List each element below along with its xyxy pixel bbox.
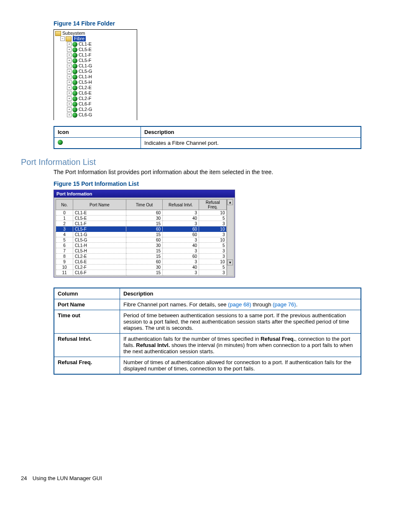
section-heading: Port Information List xyxy=(21,157,378,167)
tree-port-item[interactable]: +CL6-G xyxy=(55,112,136,118)
cell-intvl: 3 xyxy=(163,237,199,243)
tree-port-item[interactable]: +CL1-F xyxy=(55,52,136,58)
tree-port-item[interactable]: +CL5-F xyxy=(55,58,136,63)
pi-th-port[interactable]: Port Name xyxy=(73,200,126,210)
tree-port-item[interactable]: +CL2-E xyxy=(55,85,136,90)
scrollbar[interactable]: ▲ ▼ xyxy=(227,199,233,275)
pi-th-intvl[interactable]: Refusal Intvl. xyxy=(163,200,199,210)
col-timeout: Time out xyxy=(54,310,120,334)
tree-root[interactable]: Subsystem xyxy=(55,31,136,36)
table-row[interactable]: 6CL1-H30405 xyxy=(56,243,227,248)
expand-icon[interactable]: + xyxy=(67,58,72,63)
table-row[interactable]: 3CL5-F606010 xyxy=(56,226,227,232)
cell-no: 8 xyxy=(56,254,73,259)
table-row[interactable]: 11CL6-F1533 xyxy=(56,270,227,275)
cell-no: 1 xyxy=(56,216,73,221)
fibre-port-icon xyxy=(72,102,77,107)
tree-port-item[interactable]: +CL6-F xyxy=(55,101,136,107)
cell-freq: 10 xyxy=(199,226,227,232)
cell-freq: 5 xyxy=(199,243,227,248)
fibre-port-icon xyxy=(72,47,77,52)
tree-port-item[interactable]: +CL1-E xyxy=(55,41,136,47)
tree-port-item[interactable]: +CL2-F xyxy=(55,96,136,101)
scroll-up-icon[interactable]: ▲ xyxy=(227,199,233,205)
pi-th-freq[interactable]: Refusal Freq. xyxy=(199,200,227,210)
tree-port-label: CL6-E xyxy=(79,90,92,96)
expand-icon[interactable]: + xyxy=(67,69,72,74)
table-row[interactable]: 9CL6-E60310 xyxy=(56,259,227,265)
tree-port-item[interactable]: +CL2-G xyxy=(55,107,136,112)
cell-port: CL2-E xyxy=(73,254,126,259)
cell-port: CL5-G xyxy=(73,237,126,243)
footer-title: Using the LUN Manager GUI xyxy=(33,475,102,481)
col-refintvl-desc: If authentication fails for the number o… xyxy=(120,334,361,357)
th-icon: Icon xyxy=(54,126,141,138)
link-page76[interactable]: (page 76) xyxy=(273,301,296,308)
tree-port-item[interactable]: +CL1-H xyxy=(55,74,136,80)
expand-icon[interactable]: + xyxy=(67,85,72,90)
cell-port: CL1-F xyxy=(73,221,126,226)
collapse-icon[interactable]: − xyxy=(60,36,65,41)
tree-port-item[interactable]: +CL1-G xyxy=(55,63,136,69)
cell-intvl: 3 xyxy=(163,221,199,226)
cell-timeout: 60 xyxy=(126,226,163,232)
link-page68[interactable]: (page 68) xyxy=(228,301,251,308)
table-row[interactable]: 0CL1-E60310 xyxy=(56,210,227,216)
expand-icon[interactable]: + xyxy=(67,113,72,117)
col-reffreq: Refusal Freq. xyxy=(54,357,120,375)
cell-port: CL5-E xyxy=(73,216,126,221)
cell-intvl: 60 xyxy=(163,226,199,232)
port-info-titlebar: Port Information xyxy=(54,190,235,198)
port-info-table[interactable]: No. Port Name Time Out Refusal Intvl. Re… xyxy=(56,199,227,275)
expand-icon[interactable]: + xyxy=(67,80,72,85)
icon-desc-table: Icon Description Indicates a Fibre Chann… xyxy=(54,126,361,149)
cell-no: 3 xyxy=(56,226,73,232)
fibre-port-icon xyxy=(72,69,77,74)
cell-port: CL5-F xyxy=(73,226,126,232)
cell-no: 11 xyxy=(56,270,73,275)
port-info-panel: Port Information No. Port Name Time Out … xyxy=(54,190,235,278)
scroll-down-icon[interactable]: ▼ xyxy=(227,260,233,265)
cell-intvl: 3 xyxy=(163,248,199,254)
fibre-port-icon xyxy=(72,85,77,90)
cell-port: CL5-H xyxy=(73,248,126,254)
expand-icon[interactable]: + xyxy=(67,64,72,68)
pi-th-timeout[interactable]: Time Out xyxy=(126,200,163,210)
tree-port-item[interactable]: +CL5-E xyxy=(55,47,136,52)
cell-intvl: 40 xyxy=(163,243,199,248)
tree-port-item[interactable]: +CL6-E xyxy=(55,90,136,96)
fibre-port-icon xyxy=(72,42,77,47)
cell-freq: 5 xyxy=(199,265,227,270)
tree-port-label: CL5-F xyxy=(79,58,92,63)
cell-freq: 3 xyxy=(199,254,227,259)
expand-icon[interactable]: + xyxy=(67,91,72,95)
table-row[interactable]: 7CL5-H1533 xyxy=(56,248,227,254)
expand-icon[interactable]: + xyxy=(67,102,72,106)
col-reffreq-desc: Number of times of authentication allowe… xyxy=(120,357,361,375)
expand-icon[interactable]: + xyxy=(67,42,72,46)
tree-port-item[interactable]: +CL5-G xyxy=(55,69,136,74)
expand-icon[interactable]: + xyxy=(67,75,72,79)
tree-port-label: CL2-G xyxy=(79,107,92,112)
expand-icon[interactable]: + xyxy=(67,107,72,112)
table-row[interactable]: 1CL5-E30405 xyxy=(56,216,227,221)
cell-port: CL6-F xyxy=(73,270,126,275)
cell-freq: 10 xyxy=(199,237,227,243)
fibre-port-icon xyxy=(72,107,77,112)
table-row[interactable]: 2CL1-F1533 xyxy=(56,221,227,226)
pi-th-no[interactable]: No. xyxy=(56,200,73,210)
fibre-port-icon xyxy=(72,80,77,85)
tree-fibre[interactable]: − Fibre xyxy=(55,36,136,41)
table-row[interactable]: 4CL1-G15603 xyxy=(56,232,227,237)
table-row[interactable]: 8CL2-E15603 xyxy=(56,254,227,259)
cell-timeout: 15 xyxy=(126,270,163,275)
expand-icon[interactable]: + xyxy=(67,47,72,52)
cell-freq: 10 xyxy=(199,259,227,265)
cell-port: CL2-F xyxy=(73,265,126,270)
fibre-port-icon xyxy=(72,58,77,63)
expand-icon[interactable]: + xyxy=(67,96,72,101)
table-row[interactable]: 5CL5-G60310 xyxy=(56,237,227,243)
tree-port-item[interactable]: +CL5-H xyxy=(55,80,136,85)
expand-icon[interactable]: + xyxy=(67,53,72,57)
table-row[interactable]: 10CL2-F30405 xyxy=(56,265,227,270)
